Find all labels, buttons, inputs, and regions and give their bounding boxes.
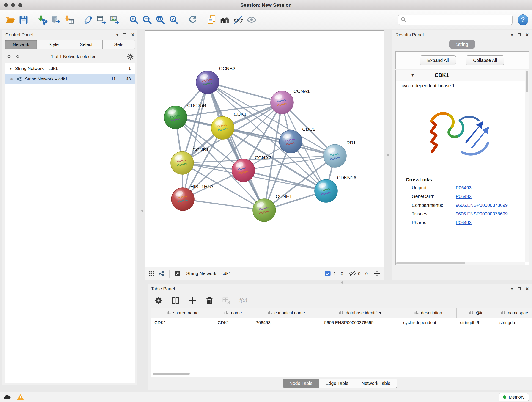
add-column-icon[interactable] — [188, 296, 197, 305]
network-node-CCNA1[interactable] — [271, 91, 293, 114]
column-header-namespac[interactable]: namespac — [496, 308, 532, 318]
column-header--id[interactable]: @id — [456, 308, 496, 318]
network-options-gear-icon[interactable] — [127, 53, 134, 60]
warning-status-icon[interactable] — [17, 393, 24, 401]
column-header-shared-name[interactable]: shared name — [151, 308, 214, 318]
open-session-button[interactable] — [4, 13, 17, 26]
network-edge-HIST1H1A-CCNE1[interactable] — [183, 199, 264, 210]
panel-float-icon[interactable] — [518, 33, 521, 36]
crosslink-link[interactable]: 9606.ENSP00000378699 — [456, 203, 508, 208]
tab-edge-table[interactable]: Edge Table — [319, 379, 355, 388]
expander-icon[interactable]: ▼ — [9, 67, 12, 70]
tab-string[interactable]: String — [449, 40, 475, 49]
pan-crosshair-icon[interactable] — [374, 270, 380, 277]
results-vertical-scrollbar[interactable] — [525, 70, 529, 262]
column-header-name[interactable]: name — [214, 308, 252, 318]
zoom-out-button[interactable] — [140, 13, 154, 26]
refresh-network-view-button[interactable] — [186, 13, 199, 26]
expand-all-networks-icon[interactable] — [6, 54, 12, 60]
network-node-RB1[interactable] — [323, 144, 346, 167]
network-collection-row[interactable]: ▼String Network – cdk11 — [5, 63, 135, 74]
column-header-database-identifier[interactable]: database identifier — [321, 308, 399, 318]
network-edge-CDK1-RB1[interactable] — [223, 128, 335, 156]
search-input[interactable] — [398, 15, 513, 25]
tab-style[interactable]: Style — [37, 40, 70, 49]
table-row[interactable]: CDK1CDK1P064939606.ENSP00000378699cyclin… — [151, 318, 532, 328]
tab-node-table[interactable]: Node Table — [283, 379, 319, 388]
crosslink-link[interactable]: P06493 — [456, 220, 472, 225]
hide-selection-button[interactable] — [232, 13, 245, 26]
network-node-HIST1H1A[interactable] — [171, 188, 194, 211]
grid-layout-icon[interactable] — [148, 270, 155, 277]
network-node-CDKN1A[interactable] — [315, 179, 337, 202]
network-graph[interactable]: CCNB2CCNA1CDC25BCDK1CDC6RB1CCNB1CCNA2CDK… — [145, 31, 384, 267]
import-network-from-database-button[interactable] — [49, 13, 63, 26]
table-settings-icon[interactable] — [154, 296, 163, 305]
panel-float-icon[interactable] — [518, 287, 521, 290]
panel-collapse-icon[interactable]: ▾ — [511, 33, 513, 37]
tab-select[interactable]: Select — [70, 40, 103, 49]
memory-button[interactable]: Memory — [499, 393, 529, 401]
panel-close-icon[interactable]: × — [525, 32, 529, 38]
hidden-eye-icon[interactable] — [349, 270, 356, 277]
new-network-from-selection-button[interactable] — [82, 13, 95, 26]
export-table-button[interactable] — [95, 13, 108, 26]
save-session-button[interactable] — [17, 13, 30, 26]
zoom-selected-button[interactable] — [167, 13, 180, 26]
network-node-CCNA2[interactable] — [232, 159, 255, 182]
crosslink-link[interactable]: P06493 — [456, 194, 472, 199]
tab-network-table[interactable]: Network Table — [355, 379, 397, 388]
splitter-handle[interactable] — [341, 281, 343, 283]
network-row[interactable]: String Network – cdk11148 — [5, 74, 135, 84]
expand-all-button[interactable]: Expand All — [420, 56, 456, 65]
panel-close-icon[interactable]: × — [525, 286, 529, 292]
column-header-description[interactable]: description — [399, 308, 456, 318]
network-node-CDK1[interactable] — [211, 116, 234, 139]
window-close-button[interactable] — [4, 3, 8, 7]
delete-column-icon[interactable] — [205, 296, 214, 305]
network-node-CCNB2[interactable] — [196, 71, 219, 94]
collapse-protein-icon[interactable]: ▼ — [411, 73, 414, 77]
cloud-status-icon[interactable] — [3, 393, 11, 401]
share-network-icon[interactable] — [158, 270, 165, 277]
panel-float-icon[interactable] — [123, 33, 126, 36]
table-cell[interactable]: CDK1 — [214, 318, 252, 328]
show-columns-icon[interactable] — [171, 296, 180, 305]
column-header-canonical-name[interactable]: canonical name — [252, 308, 321, 318]
zoom-fit-content-button[interactable] — [154, 13, 167, 26]
network-canvas[interactable]: CCNB2CCNA1CDC25BCDK1CDC6RB1CCNB1CCNA2CDK… — [145, 31, 384, 267]
import-table-from-file-button[interactable] — [63, 13, 76, 26]
table-cell[interactable]: CDK1 — [151, 318, 214, 328]
tab-network[interactable]: Network — [5, 40, 37, 49]
window-zoom-button[interactable] — [18, 3, 22, 7]
network-node-CCNE1[interactable] — [253, 199, 276, 222]
birdseye-view-button[interactable] — [218, 13, 232, 26]
splitter-handle[interactable] — [387, 154, 389, 156]
export-image-button[interactable] — [108, 13, 121, 26]
table-cell[interactable]: cyclin-dependent ... — [399, 318, 456, 328]
import-network-from-file-button[interactable] — [36, 13, 49, 26]
network-node-CDC6[interactable] — [279, 130, 302, 153]
network-node-CDC25B[interactable] — [164, 106, 187, 129]
crosslink-link[interactable]: P06493 — [456, 185, 472, 191]
table-cell[interactable]: stringdb — [496, 318, 532, 328]
window-minimize-button[interactable] — [11, 3, 15, 7]
birdseye-open-icon[interactable] — [174, 270, 181, 277]
protein-card-header[interactable]: ▼ CDK1 — [396, 70, 529, 81]
panel-collapse-icon[interactable]: ▾ — [116, 33, 119, 37]
tab-sets[interactable]: Sets — [103, 40, 135, 49]
panel-close-icon[interactable]: × — [131, 32, 134, 38]
collapse-all-button[interactable]: Collapse All — [466, 56, 504, 65]
table-cell[interactable]: 9606.ENSP00000378699 — [321, 318, 399, 328]
table-cell[interactable]: P06493 — [252, 318, 321, 328]
table-horizontal-scrollbar[interactable] — [152, 373, 190, 375]
splitter-handle[interactable] — [141, 210, 143, 212]
results-horizontal-scrollbar[interactable] — [396, 262, 525, 265]
selected-checkbox-icon[interactable] — [324, 270, 331, 277]
show-graphics-details-button[interactable] — [245, 13, 258, 26]
network-edge-CCNB2-HIST1H1A[interactable] — [183, 82, 208, 199]
network-edge-CCNB2-CCNE1[interactable] — [208, 82, 264, 210]
table-cell[interactable]: stringdb:9... — [456, 318, 496, 328]
network-node-CCNB1[interactable] — [171, 152, 194, 174]
collapse-all-networks-icon[interactable] — [15, 54, 21, 60]
